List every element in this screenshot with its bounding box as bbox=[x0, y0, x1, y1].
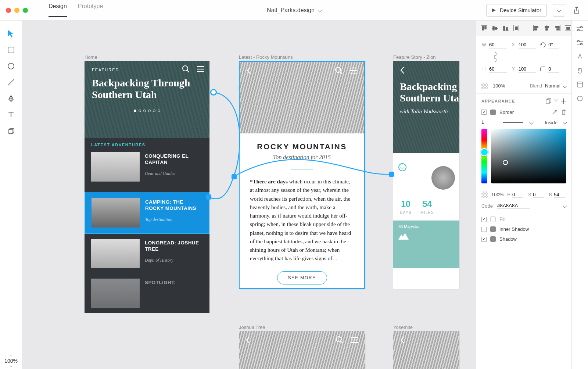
document-title[interactable]: Natl_Parks.design bbox=[267, 7, 321, 14]
artboard-label[interactable]: Yosemite bbox=[393, 325, 413, 330]
chevron-up-icon[interactable]: ⌃ bbox=[0, 354, 22, 358]
x-input[interactable] bbox=[519, 41, 536, 49]
adventure-card-selected[interactable]: CAMPING: THE ROCKY MOUNTAINS Top destina… bbox=[85, 192, 209, 234]
hand-icon[interactable] bbox=[576, 67, 584, 74]
inner-shadow-checkbox[interactable] bbox=[481, 227, 487, 232]
height-input[interactable] bbox=[489, 65, 507, 73]
select-tool[interactable] bbox=[4, 26, 18, 41]
chevron-down-icon[interactable] bbox=[563, 120, 567, 124]
align-vcenter-icon[interactable] bbox=[492, 25, 498, 32]
artboard-home[interactable]: FEATURED Backpacking Through Southern Ut… bbox=[85, 61, 209, 289]
chevron-down-icon[interactable] bbox=[554, 97, 558, 101]
align-hcenter-icon[interactable] bbox=[544, 25, 550, 32]
hex-input[interactable] bbox=[497, 203, 530, 209]
sat-input[interactable] bbox=[533, 192, 544, 198]
back-icon[interactable] bbox=[400, 66, 405, 74]
device-simulator-button[interactable]: Device Simulator bbox=[486, 4, 547, 17]
align-right-icon[interactable] bbox=[555, 25, 560, 32]
library-icon[interactable] bbox=[576, 81, 584, 88]
text-panel-icon[interactable]: A bbox=[576, 53, 584, 60]
menu-icon[interactable] bbox=[349, 67, 358, 75]
fill-checkbox[interactable] bbox=[481, 217, 487, 222]
artboard-joshua[interactable] bbox=[239, 331, 365, 369]
blend-dropdown[interactable]: Blend Normal bbox=[530, 83, 566, 89]
copy-appearance-icon[interactable] bbox=[546, 98, 552, 104]
chevron-down-icon[interactable] bbox=[530, 120, 534, 124]
menu-icon[interactable] bbox=[197, 65, 205, 73]
tab-prototype[interactable]: Prototype bbox=[78, 3, 103, 17]
align-left-icon[interactable] bbox=[533, 25, 539, 32]
back-icon[interactable] bbox=[400, 336, 405, 344]
chevron-down-icon[interactable]: ⌄ bbox=[0, 364, 22, 368]
delete-icon[interactable] bbox=[561, 109, 566, 115]
opacity-value-2[interactable]: 100% bbox=[491, 192, 503, 197]
adventure-card[interactable]: CONQUERING EL CAPITAN Gear and Guides bbox=[91, 152, 203, 187]
artboard-zion[interactable]: Backpacking Through Southern Utah with T… bbox=[393, 61, 459, 289]
align-top-icon[interactable] bbox=[481, 25, 487, 32]
y-input[interactable] bbox=[519, 65, 536, 73]
expand-icon[interactable] bbox=[398, 163, 406, 171]
line-tool[interactable] bbox=[4, 75, 18, 90]
distribute-h-icon[interactable] bbox=[565, 25, 571, 32]
window-minimize[interactable] bbox=[14, 8, 19, 13]
hue-thumb[interactable] bbox=[480, 148, 488, 156]
search-icon[interactable] bbox=[336, 336, 344, 344]
rotation-input[interactable] bbox=[548, 41, 559, 49]
add-icon[interactable] bbox=[560, 98, 566, 104]
text-tool[interactable]: T bbox=[4, 107, 18, 122]
artboard-label[interactable]: Feature Story - Zion bbox=[393, 54, 436, 60]
artboard-label[interactable]: Latest - Rocky Mountains bbox=[239, 54, 293, 60]
artboard-yosemite[interactable] bbox=[393, 331, 459, 369]
bri-input[interactable] bbox=[554, 192, 565, 198]
border-checkbox[interactable] bbox=[481, 110, 487, 115]
color-picker[interactable] bbox=[476, 129, 571, 186]
back-icon[interactable] bbox=[245, 336, 251, 344]
window-maximize[interactable] bbox=[23, 8, 28, 13]
hue-slider[interactable] bbox=[481, 129, 487, 183]
chevron-down-icon[interactable] bbox=[563, 204, 567, 208]
artboard-tool[interactable] bbox=[4, 123, 18, 138]
distribute-v-icon[interactable] bbox=[513, 25, 519, 32]
link-handle[interactable] bbox=[232, 174, 237, 179]
sv-box[interactable] bbox=[491, 129, 566, 183]
search-icon[interactable] bbox=[182, 65, 190, 73]
pager-dots[interactable] bbox=[92, 107, 202, 114]
sliders2-icon[interactable] bbox=[576, 39, 584, 46]
opacity-value[interactable]: 100% bbox=[493, 83, 505, 89]
sv-thumb[interactable] bbox=[503, 160, 508, 165]
pen-tool[interactable] bbox=[4, 91, 18, 106]
zoom-control[interactable]: ⌃ 100% ⌄ bbox=[0, 354, 22, 368]
share-button[interactable] bbox=[571, 5, 582, 16]
see-more-button[interactable]: SEE MORE bbox=[277, 271, 327, 284]
border-color-swatch[interactable] bbox=[490, 110, 496, 115]
link-node[interactable] bbox=[210, 89, 217, 96]
width-input[interactable] bbox=[489, 41, 507, 49]
artboard-label[interactable]: Home bbox=[85, 54, 97, 60]
link-handle[interactable] bbox=[389, 172, 394, 177]
link-handle[interactable] bbox=[206, 194, 211, 200]
back-icon[interactable] bbox=[246, 67, 251, 75]
shadow-swatch[interactable] bbox=[490, 236, 496, 242]
device-simulator-dropdown[interactable] bbox=[553, 4, 565, 17]
hue-input[interactable] bbox=[512, 192, 523, 198]
inner-shadow-swatch[interactable] bbox=[490, 226, 496, 232]
link-wh-icon[interactable] bbox=[493, 51, 496, 62]
window-close[interactable] bbox=[6, 8, 11, 13]
sliders-icon[interactable] bbox=[576, 25, 584, 32]
tab-design[interactable]: Design bbox=[49, 3, 67, 17]
rectangle-tool[interactable] bbox=[4, 43, 18, 57]
eyedropper-icon[interactable] bbox=[552, 109, 557, 115]
circle-outline-icon[interactable] bbox=[576, 95, 584, 102]
border-position-dropdown[interactable]: Inside bbox=[545, 120, 557, 125]
shadow-checkbox[interactable] bbox=[481, 237, 487, 242]
corner-input[interactable] bbox=[548, 65, 559, 73]
adventure-card[interactable]: LONGREAD: JOSHUE TREE Dept. of History bbox=[91, 239, 203, 273]
search-icon[interactable] bbox=[335, 67, 343, 75]
border-width-input[interactable] bbox=[481, 119, 496, 125]
menu-icon[interactable] bbox=[350, 336, 358, 344]
artboard-rocky[interactable]: ROCKY MOUNTAINS Top destination for 2015… bbox=[239, 61, 365, 289]
canvas[interactable]: Home FEATURED Backpacking Through Southe… bbox=[22, 21, 476, 369]
artboard-label[interactable]: Joshua Tree bbox=[239, 325, 265, 330]
align-bottom-icon[interactable] bbox=[503, 25, 509, 32]
ellipse-tool[interactable] bbox=[4, 59, 18, 74]
